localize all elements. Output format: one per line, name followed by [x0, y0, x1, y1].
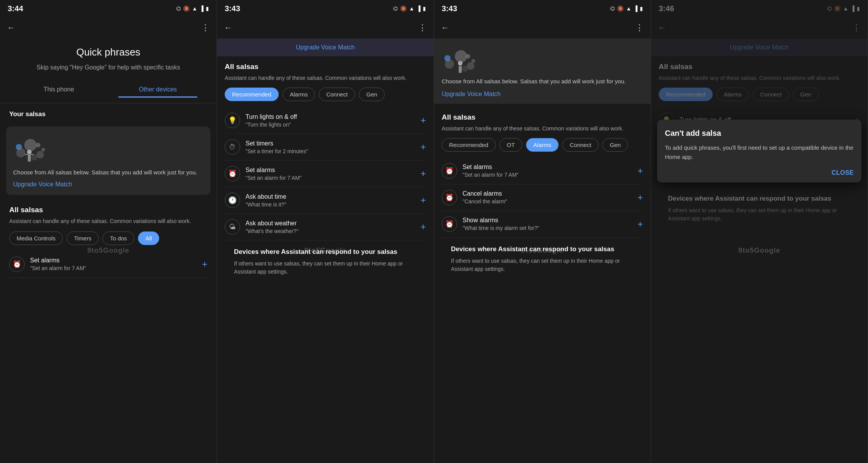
top-bar-4: ← ⋮ — [651, 17, 868, 39]
devices-desc-3: If others want to use salsas, they can s… — [451, 257, 634, 273]
alarm-icon-2: ⏰ — [225, 166, 240, 181]
salsa-info-cancelalarms: Cancel alarms "Cancel the alarm" — [463, 190, 632, 204]
all-salsas-title-4: All salsas — [659, 56, 860, 71]
chip-todos[interactable]: To dos — [103, 231, 134, 245]
upgrade-banner-4[interactable]: Upgrade Voice Match — [651, 39, 868, 56]
add-setalarms-btn[interactable]: + — [638, 166, 643, 176]
battery-icon-2: ▮ — [423, 5, 426, 12]
your-salsas-title: Your salsas — [0, 103, 217, 122]
bulb-icon-2: 💡 — [225, 113, 240, 128]
salsa-info-timers: Set timers "Set a timer for 2 minutes" — [246, 140, 415, 154]
add-weather-btn[interactable]: + — [421, 221, 426, 232]
salsa-example-setalarms: "Set an alarm for 7 AM" — [463, 172, 632, 178]
bluetooth-icon: ⌬ — [176, 5, 181, 12]
upgrade-link-3[interactable]: Upgrade Voice Match — [442, 91, 643, 98]
all-salsas-title-3: All salsas — [442, 107, 643, 122]
chip-connect-4[interactable]: Connect — [753, 88, 789, 101]
salsa-example-alarms: "Set an alarm for 7 AM" — [246, 175, 415, 181]
add-time-btn[interactable]: + — [421, 195, 426, 206]
salsa-example-time: "What time is it?" — [246, 201, 415, 208]
svg-point-17 — [466, 54, 470, 59]
all-salsas-desc-4: Assistant can handle any of these salsas… — [659, 74, 860, 82]
status-icons-4: ⌬ 🔕 ▲ ▐ ▮ — [827, 5, 860, 12]
chip-alarms-3[interactable]: Alarms — [526, 138, 559, 152]
salsa-name-lights: Turn lights on & off — [246, 113, 415, 120]
chip-recommended-3[interactable]: Recommended — [442, 138, 496, 152]
time-4: 3:46 — [659, 4, 674, 13]
chip-connect-3[interactable]: Connect — [562, 138, 599, 152]
svg-rect-6 — [25, 154, 34, 155]
top-bar-2: ← ⋮ — [217, 17, 434, 39]
upgrade-link-1[interactable]: Upgrade Voice Match — [13, 181, 204, 188]
chip-connect-2[interactable]: Connect — [319, 88, 355, 101]
salsa-info-alarms: Set alarms "Set an alarm for 7 AM" — [246, 167, 415, 181]
tab-this-phone[interactable]: This phone — [9, 82, 108, 97]
status-bar-2: 3:43 ⌬ 🔕 ▲ ▐ ▮ — [217, 0, 434, 17]
chip-timers[interactable]: Timers — [67, 231, 99, 245]
chip-all[interactable]: All — [138, 231, 159, 245]
back-button-4[interactable]: ← — [658, 23, 666, 33]
chip-alarms-2[interactable]: Alarms — [283, 88, 315, 101]
add-alarms-btn[interactable]: + — [421, 168, 426, 179]
add-showalarms-btn[interactable]: + — [638, 219, 643, 230]
salsa-name-timers: Set timers — [246, 140, 415, 147]
status-icons-1: ⌬ 🔕 ▲ ▐ ▮ — [176, 5, 209, 12]
salsa-item-1-1: ⏰ Set alarms "Set an alarm for 7 AM" + — [9, 251, 207, 278]
battery-icon-3: ▮ — [640, 5, 643, 12]
signal-icon-4: ▐ — [851, 5, 855, 12]
status-bar-3: 3:43 ⌬ 🔕 ▲ ▐ ▮ — [434, 0, 651, 17]
add-timers-btn[interactable]: + — [421, 142, 426, 152]
chip-alarms-4[interactable]: Alarms — [717, 88, 749, 101]
svg-point-5 — [27, 150, 32, 154]
filter-chips-2: Recommended Alarms Connect Gen — [225, 88, 426, 101]
alarm-icon-1: ⏰ — [9, 257, 25, 272]
tab-other-devices[interactable]: Other devices — [108, 82, 207, 97]
salsa-name-alarms: Set alarms — [246, 167, 415, 174]
menu-button-1[interactable]: ⋮ — [201, 23, 210, 33]
item-lights-2: 💡 Turn lights on & off "Turn the lights … — [225, 107, 426, 134]
mute-icon-4: 🔕 — [834, 5, 841, 12]
svg-point-7 — [16, 144, 22, 150]
screen1-content: Quick phrases Skip saying "Hey Google" f… — [0, 39, 217, 463]
menu-button-2[interactable]: ⋮ — [418, 23, 427, 33]
wifi-icon-3: ▲ — [626, 5, 631, 12]
add-button-1[interactable]: + — [202, 259, 207, 270]
upgrade-banner-2[interactable]: Upgrade Voice Match — [217, 39, 434, 56]
add-lights-btn[interactable]: + — [421, 115, 426, 126]
mute-icon: 🔕 — [183, 5, 190, 12]
salsa-info-weather: Ask about weather "What's the weather?" — [246, 220, 415, 234]
dialog-title: Can't add salsa — [665, 129, 854, 138]
chip-media[interactable]: Media Controls — [9, 231, 63, 245]
back-button-1[interactable]: ← — [7, 23, 15, 33]
bluetooth-icon-4: ⌬ — [827, 5, 832, 12]
salsa-example-cancelalarms: "Cancel the alarm" — [463, 198, 632, 204]
clock-icon-2: 🕐 — [225, 193, 240, 208]
status-bar-4: 3:46 ⌬ 🔕 ▲ ▐ ▮ — [651, 0, 868, 17]
salsa-example-1: "Set an alarm for 7 AM" — [30, 265, 197, 271]
chip-recommended-4[interactable]: Recommended — [659, 88, 713, 101]
item-timers-2: ⏱ Set timers "Set a timer for 2 minutes"… — [225, 134, 426, 161]
upgrade-text-2: Upgrade Voice Match — [296, 44, 355, 51]
dialog-body: To add quick phrases, you'll first need … — [665, 143, 854, 162]
svg-point-9 — [41, 148, 45, 152]
chip-gen-3[interactable]: Gen — [602, 138, 628, 152]
salsa-name-showalarms: Show alarms — [463, 217, 632, 224]
all-salsas-title-1: All salsas — [9, 206, 207, 214]
menu-button-4[interactable]: ⋮ — [852, 23, 861, 33]
chip-gen-4[interactable]: Gen — [793, 88, 818, 101]
dialog-close-btn[interactable]: CLOSE — [665, 169, 854, 176]
chip-gen-2[interactable]: Gen — [359, 88, 384, 101]
svg-point-18 — [471, 59, 475, 63]
item-time-2: 🕐 Ask about time "What time is it?" + — [225, 187, 426, 214]
all-salsas-desc-1: Assistant can handle any of these salsas… — [9, 217, 207, 225]
chip-ot-3[interactable]: OT — [500, 138, 522, 152]
chip-recommended-2[interactable]: Recommended — [225, 88, 279, 101]
back-button-2[interactable]: ← — [224, 23, 232, 33]
battery-icon: ▮ — [206, 5, 209, 12]
devices-title-3: Devices where Assistant can respond to y… — [451, 245, 634, 253]
menu-button-3[interactable]: ⋮ — [635, 23, 644, 33]
add-cancelalarms-btn[interactable]: + — [638, 192, 643, 203]
back-button-3[interactable]: ← — [441, 23, 449, 33]
card-text-1: Choose from All salsas below. Salsas tha… — [13, 168, 204, 177]
devices-desc-4: If others want to use salsas, they can s… — [668, 206, 851, 223]
